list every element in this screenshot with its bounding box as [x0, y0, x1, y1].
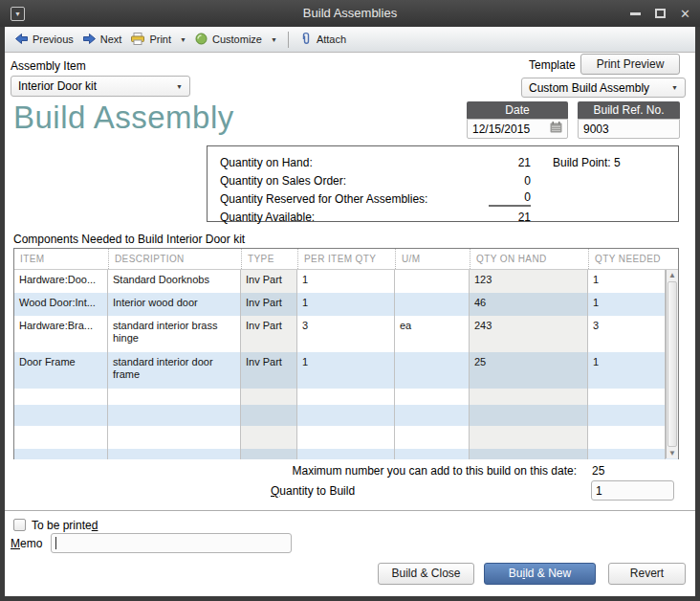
to-be-printed-checkbox[interactable]: [13, 519, 26, 531]
qty-on-hand-value: 21: [489, 156, 531, 169]
cell-item[interactable]: Door Frame: [14, 352, 108, 389]
cell-item[interactable]: Wood Door:Int...: [14, 293, 108, 316]
text-cursor: [55, 537, 56, 549]
next-button[interactable]: Next: [78, 31, 127, 49]
cell-qty-on-hand: 25: [470, 352, 588, 389]
scrollbar-thumb[interactable]: [667, 281, 677, 447]
build-assemblies-window: Build Assemblies ▼ ✕ Previous Next: [0, 0, 700, 601]
qty-available-value: 21: [489, 211, 531, 224]
calendar-icon[interactable]: [550, 122, 562, 136]
revert-button[interactable]: Revert: [608, 563, 686, 585]
cell-type: Inv Part: [241, 352, 297, 389]
cell-description[interactable]: Standard Doorknobs: [108, 270, 241, 293]
cell-description[interactable]: Interior wood door: [108, 293, 241, 316]
assembly-item-label: Assembly Item: [11, 59, 86, 73]
cell-um[interactable]: [395, 293, 470, 316]
col-description[interactable]: DESCRIPTION: [108, 249, 241, 269]
col-qty-on-hand[interactable]: QTY ON HAND: [470, 249, 588, 269]
to-be-printed-label: To be printed: [32, 519, 98, 532]
table-row[interactable]: Hardware:Bra... standard interior brass …: [14, 316, 678, 352]
cell-per-item-qty[interactable]: 1: [297, 270, 395, 293]
table-row[interactable]: Door Frame standard interior door frame …: [14, 352, 678, 389]
qty-on-hand-label: Quantity on Hand:: [220, 156, 489, 169]
customize-dropdown-button[interactable]: ▼: [267, 33, 281, 46]
page-title: Build Assembly: [13, 100, 234, 136]
cell-item[interactable]: Hardware:Bra...: [14, 316, 108, 352]
col-um[interactable]: U/M: [395, 249, 470, 269]
memo-input[interactable]: [51, 533, 292, 553]
cell-um[interactable]: ea: [395, 316, 470, 352]
table-row-empty[interactable]: [14, 426, 678, 449]
quantity-to-build-mnemonic: Q: [271, 484, 279, 498]
qty-reserved-label: Quantity Reserved for Other Assemblies:: [220, 192, 489, 206]
attach-label: Attach: [317, 33, 346, 45]
table-row-empty[interactable]: [14, 389, 678, 405]
toolbar: Previous Next Print ▼: [5, 27, 695, 53]
build-ref-input[interactable]: 9003: [578, 119, 680, 139]
assembly-item-value: Interior Door kit: [18, 79, 97, 93]
customize-button[interactable]: Customize: [190, 30, 267, 50]
date-field: Date 12/15/2015: [467, 101, 568, 139]
qty-sales-order-label: Quantity on Sales Order:: [220, 174, 489, 188]
next-arrow-icon: [83, 33, 96, 46]
cell-description[interactable]: standard interior door frame: [108, 352, 241, 389]
title-bar[interactable]: Build Assemblies ▼ ✕: [0, 0, 700, 27]
date-header: Date: [467, 101, 568, 119]
build-ref-header: Build Ref. No.: [578, 101, 680, 119]
cell-um[interactable]: [395, 270, 470, 293]
close-icon[interactable]: ✕: [680, 8, 690, 20]
cell-qty-needed: 3: [588, 316, 666, 352]
table-row[interactable]: Wood Door:Int... Interior wood door Inv …: [14, 293, 678, 316]
print-dropdown-button[interactable]: ▼: [176, 33, 190, 46]
col-qty-needed[interactable]: QTY NEEDED: [588, 249, 666, 269]
cell-description[interactable]: standard interior brass hinge: [108, 316, 241, 352]
build-ref-field: Build Ref. No. 9003: [578, 101, 680, 139]
quantity-to-build-input[interactable]: 1: [591, 480, 674, 501]
assembly-item-dropdown[interactable]: Interior Door kit ▼: [11, 76, 190, 97]
table-scrollbar[interactable]: ▲ ▼: [666, 270, 678, 458]
cell-type: Inv Part: [241, 316, 297, 352]
scroll-up-icon[interactable]: ▲: [667, 271, 678, 279]
col-type[interactable]: TYPE: [241, 249, 297, 269]
print-label: Print: [149, 33, 171, 45]
to-be-printed-text: To be printe: [32, 519, 92, 532]
cell-per-item-qty[interactable]: 3: [297, 316, 395, 352]
cell-item[interactable]: Hardware:Doo...: [14, 270, 108, 293]
max-build-label: Maximum number you can add to this build…: [196, 464, 577, 478]
cell-per-item-qty[interactable]: 1: [297, 293, 395, 316]
build-ref-value: 9003: [583, 122, 609, 136]
minimize-icon[interactable]: [630, 12, 641, 15]
table-row-empty[interactable]: [14, 405, 678, 426]
cell-type: Inv Part: [241, 293, 297, 316]
max-build-value: 25: [592, 464, 604, 478]
qty-reserved-value: 0: [489, 190, 531, 207]
system-menu-icon[interactable]: ▼: [11, 7, 25, 21]
col-per-item-qty[interactable]: PER ITEM QTY: [297, 249, 395, 269]
print-button[interactable]: Print: [126, 30, 176, 50]
table-row[interactable]: Hardware:Doo... Standard Doorknobs Inv P…: [14, 270, 678, 293]
caret-down-icon: ▼: [180, 36, 186, 43]
template-dropdown[interactable]: Custom Build Assembly ▼: [521, 78, 686, 98]
build-close-button[interactable]: Build & Close: [378, 563, 474, 585]
cell-qty-on-hand: 243: [470, 316, 588, 352]
print-preview-button[interactable]: Print Preview: [580, 54, 680, 75]
quantity-info-box: Quantity on Hand: 21 Build Point: 5 Quan…: [207, 145, 679, 222]
date-input[interactable]: 12/15/2015: [467, 119, 568, 139]
build-point: Build Point: 5: [553, 156, 621, 169]
cell-qty-on-hand: 123: [470, 270, 588, 293]
quantity-to-build-label-rest: uantity to Build: [279, 484, 355, 498]
footer-divider: [5, 510, 695, 511]
cell-type: Inv Part: [241, 270, 297, 293]
cell-per-item-qty[interactable]: 1: [297, 352, 395, 389]
attach-button[interactable]: Attach: [295, 29, 351, 50]
caret-down-icon: ▼: [176, 83, 183, 90]
cell-um[interactable]: [395, 352, 470, 389]
build-new-button[interactable]: Build & New: [484, 563, 596, 585]
scroll-down-icon[interactable]: ▼: [667, 449, 678, 457]
table-row-empty[interactable]: [14, 449, 678, 459]
previous-button[interactable]: Previous: [11, 31, 78, 49]
maximize-icon[interactable]: [655, 9, 666, 18]
cell-qty-on-hand: 46: [470, 293, 588, 316]
col-item[interactable]: ITEM: [14, 249, 108, 269]
cell-qty-needed: 1: [588, 293, 666, 316]
